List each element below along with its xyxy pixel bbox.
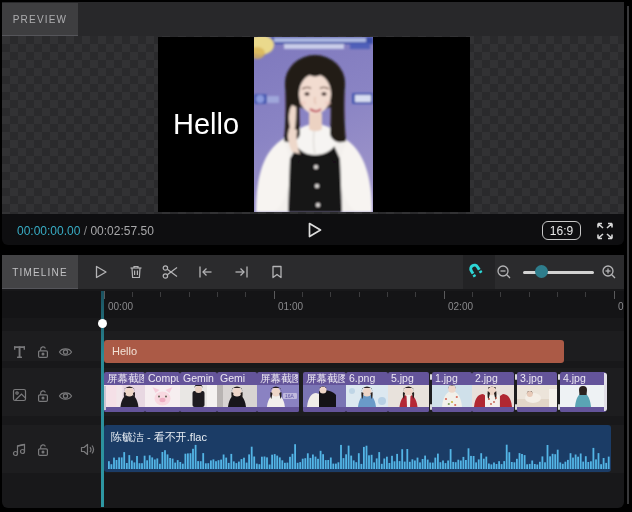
svg-text:01:00: 01:00 (278, 301, 303, 312)
svg-text:0: 0 (618, 301, 624, 312)
svg-text:02:00: 02:00 (448, 301, 473, 312)
svg-text:00:00: 00:00 (108, 301, 133, 312)
svg-text:16A: 16A (285, 393, 295, 399)
